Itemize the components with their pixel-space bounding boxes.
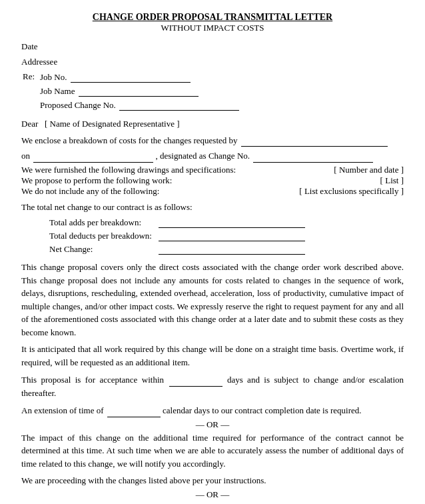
addressee-section: Addressee bbox=[21, 55, 404, 69]
designated-text: , designated as Change No. bbox=[156, 151, 250, 161]
not-include-right: [ List exclusions specifically ] bbox=[299, 186, 404, 197]
total-net-text: The total net change to our contract is … bbox=[21, 202, 193, 212]
propose-placeholder: [ List ] bbox=[380, 175, 404, 185]
total-adds-blank bbox=[159, 217, 305, 228]
dear-section: Dear [ Name of Designated Representative… bbox=[21, 117, 404, 131]
total-adds-label: Total adds per breakdown: bbox=[49, 217, 157, 229]
propose-row: We propose to perform the following work… bbox=[21, 175, 404, 186]
paragraph-5: The impact of this change on the additio… bbox=[21, 431, 404, 471]
dear-label: Dear bbox=[21, 119, 38, 129]
paragraph-1: This change proposal covers only the dir… bbox=[21, 261, 404, 339]
job-no-blank bbox=[71, 71, 191, 83]
para4-blank bbox=[107, 403, 161, 417]
on-text: on bbox=[21, 151, 30, 161]
table-row: Re: Job No. bbox=[23, 71, 239, 84]
totals-table: Total adds per breakdown: Total deducts … bbox=[48, 215, 306, 257]
date-label: Date bbox=[21, 41, 38, 51]
job-no-row: Job No. bbox=[40, 71, 239, 84]
para4-end: calendar days to our contract completion… bbox=[163, 405, 362, 415]
propose-right: [ List ] bbox=[380, 175, 404, 186]
paragraph-3: This proposal is for acceptance within d… bbox=[21, 373, 404, 399]
total-deducts-label: Total deducts per breakdown: bbox=[49, 230, 157, 242]
enclose-section: We enclose a breakdown of costs for the … bbox=[21, 133, 404, 147]
table-row: Total adds per breakdown: bbox=[49, 217, 305, 229]
table-row: Proposed Change No. bbox=[23, 99, 239, 112]
drawings-section: We were furnished the following drawings… bbox=[21, 165, 404, 197]
table-row: Total deducts per breakdown: bbox=[49, 230, 305, 242]
re-section: Re: Job No. Job Name Proposed Change No. bbox=[21, 70, 404, 113]
propose-left: We propose to perform the following work… bbox=[21, 175, 375, 186]
not-include-left: We do not include any of the following: bbox=[21, 186, 294, 197]
drawings-left: We were furnished the following drawings… bbox=[21, 165, 328, 175]
on-section: on , designated as Change No. bbox=[21, 149, 404, 163]
job-name-blank bbox=[79, 85, 199, 97]
job-name-row: Job Name bbox=[40, 85, 239, 98]
enclose-text: We enclose a breakdown of costs for the … bbox=[21, 135, 238, 145]
dear-placeholder: [ Name of Designated Representative ] bbox=[45, 119, 180, 129]
not-include-text: We do not include any of the following: bbox=[21, 186, 159, 196]
paragraph-4: An extension of time of calendar days to… bbox=[21, 403, 404, 417]
change-no-blank bbox=[253, 149, 373, 163]
net-change-blank bbox=[159, 243, 305, 255]
drawings-text: We were furnished the following drawings… bbox=[21, 165, 236, 175]
para4-start: An extension of time of bbox=[21, 405, 103, 415]
paragraph-7: Please advise as soon as possible if we … bbox=[21, 501, 404, 505]
paragraph-6: We are proceeding with the changes liste… bbox=[21, 474, 404, 487]
para3-start: This proposal is for acceptance within bbox=[21, 375, 164, 385]
drawings-row: We were furnished the following drawings… bbox=[21, 165, 404, 175]
or-line-1: — OR — bbox=[21, 419, 404, 430]
proposed-change-label: Proposed Change No. bbox=[40, 100, 116, 110]
table-row: Job Name bbox=[23, 85, 239, 98]
job-no-label: Job No. bbox=[40, 72, 67, 82]
enclose-blank bbox=[241, 133, 388, 147]
date-section: Date bbox=[21, 40, 404, 53]
not-include-placeholder: [ List exclusions specifically ] bbox=[299, 186, 404, 196]
para3-blank bbox=[169, 373, 222, 387]
propose-text: We propose to perform the following work… bbox=[21, 175, 172, 185]
document-header: CHANGE ORDER PROPOSAL TRANSMITTAL LETTER… bbox=[21, 12, 404, 33]
re-label: Re: bbox=[23, 71, 39, 112]
totals-section: The total net change to our contract is … bbox=[21, 201, 404, 257]
not-include-row: We do not include any of the following: … bbox=[21, 186, 404, 197]
paragraph-2: It is anticipated that all work required… bbox=[21, 343, 404, 369]
drawings-placeholder: [ Number and date ] bbox=[334, 165, 404, 175]
document-title: CHANGE ORDER PROPOSAL TRANSMITTAL LETTER bbox=[21, 12, 404, 23]
total-net-line: The total net change to our contract is … bbox=[21, 201, 404, 214]
total-deducts-blank bbox=[159, 230, 305, 241]
or-line-2: — OR — bbox=[21, 489, 404, 500]
proposed-change-row: Proposed Change No. bbox=[40, 99, 239, 112]
drawings-right: [ Number and date ] bbox=[334, 165, 404, 175]
document-subtitle: WITHOUT IMPACT COSTS bbox=[21, 23, 404, 33]
addressee-label: Addressee bbox=[21, 57, 57, 67]
table-row: Net Change: bbox=[49, 243, 305, 255]
job-name-label: Job Name bbox=[40, 86, 75, 96]
proposed-change-blank bbox=[119, 99, 239, 111]
document-page: CHANGE ORDER PROPOSAL TRANSMITTAL LETTER… bbox=[0, 0, 425, 504]
re-table: Re: Job No. Job Name Proposed Change No. bbox=[21, 70, 240, 113]
net-change-label: Net Change: bbox=[49, 243, 157, 255]
on-blank bbox=[33, 149, 153, 163]
